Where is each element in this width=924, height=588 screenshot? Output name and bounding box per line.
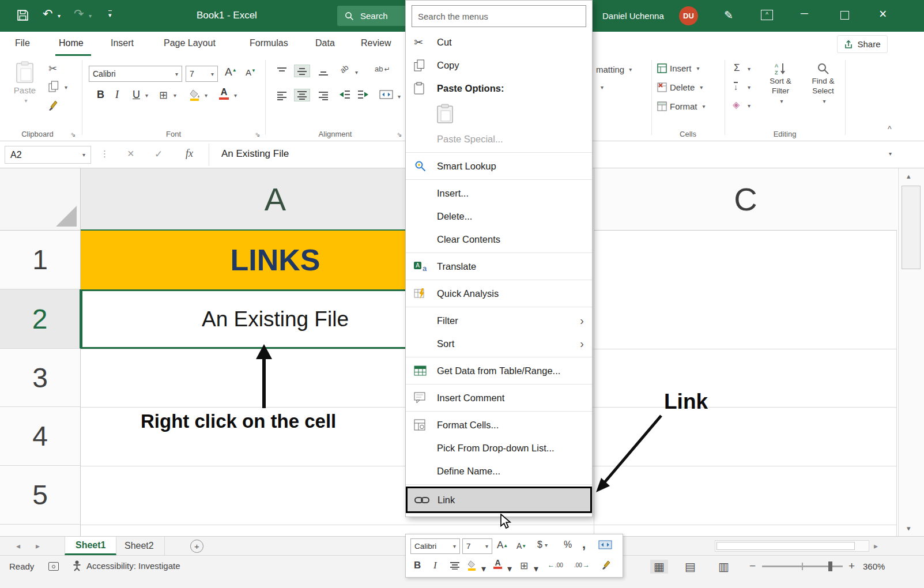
select-all-corner[interactable] <box>0 168 81 231</box>
row-header-3[interactable]: 3 <box>0 349 81 407</box>
clipboard-dialog-launcher-icon[interactable]: ⇘ <box>70 131 76 138</box>
sheet-tab-sheet1[interactable]: Sheet1 <box>65 537 116 555</box>
align-bottom-button[interactable] <box>316 66 331 77</box>
sheet-tab-sheet2[interactable]: Sheet2 <box>114 537 165 555</box>
wrap-text-button[interactable]: ab↵ <box>375 65 390 73</box>
user-name[interactable]: Daniel Uchenna <box>602 11 664 21</box>
sort-filter-button[interactable]: AZ Sort & Filter ▾ <box>760 62 801 104</box>
align-left-button[interactable] <box>274 90 289 101</box>
cut-button[interactable]: ✂ <box>48 62 57 75</box>
menu-item-translate[interactable]: Aa Translate <box>406 255 592 278</box>
enter-icon[interactable]: ✓ <box>154 148 163 160</box>
close-button[interactable]: × <box>879 6 887 22</box>
name-box-dropdown-icon[interactable]: ▾ <box>82 152 85 158</box>
mini-percent-button[interactable]: % <box>564 540 572 550</box>
mini-italic-button[interactable]: I <box>433 560 437 571</box>
horizontal-scrollbar[interactable] <box>715 540 869 552</box>
clear-dropdown-icon[interactable]: ▾ <box>748 103 750 109</box>
zoom-out-icon[interactable]: − <box>749 560 756 572</box>
conditional-formatting-button[interactable]: matting▾ <box>596 65 632 74</box>
decrease-indent-button[interactable] <box>339 90 350 99</box>
font-dialog-launcher-icon[interactable]: ⇘ <box>255 131 260 138</box>
zoom-level[interactable]: 360% <box>863 561 885 571</box>
mini-increase-decimal-button[interactable]: ←.00 <box>548 561 563 569</box>
mini-shrink-font-button[interactable]: A▼ <box>516 541 526 551</box>
vertical-scrollbar-thumb[interactable] <box>902 186 921 269</box>
format-cells-button[interactable]: Format▾ <box>657 101 706 111</box>
tab-home[interactable]: Home <box>59 38 84 48</box>
menu-item-insert[interactable]: Insert... <box>406 182 592 205</box>
align-middle-button[interactable] <box>294 65 310 77</box>
tab-data[interactable]: Data <box>315 38 335 48</box>
insert-cells-button[interactable]: Insert▾ <box>657 63 700 73</box>
delete-cells-button[interactable]: Delete▾ <box>657 82 703 92</box>
minimize-button[interactable]: ─ <box>801 7 808 20</box>
copy-dropdown-icon[interactable]: ▾ <box>65 84 67 91</box>
menu-item-format-cells[interactable]: Format Cells... <box>406 413 592 436</box>
menu-item-insert-comment[interactable]: Insert Comment <box>406 386 592 409</box>
zoom-in-icon[interactable]: + <box>848 560 855 572</box>
insert-function-icon[interactable]: fx <box>186 148 193 160</box>
menu-item-link[interactable]: Link <box>406 487 592 513</box>
tab-review[interactable]: Review <box>361 38 391 48</box>
font-color-button[interactable]: A <box>219 88 229 100</box>
menu-search-input[interactable] <box>418 12 580 21</box>
row-header-2[interactable]: 2 <box>0 289 81 349</box>
mini-borders-dropdown-icon[interactable]: ▾ <box>534 563 538 574</box>
macro-record-icon[interactable] <box>48 562 59 571</box>
undo-dropdown-icon[interactable]: ▾ <box>58 13 61 19</box>
fill-color-button[interactable] <box>189 89 201 101</box>
redo-dropdown-icon[interactable]: ▾ <box>89 13 92 19</box>
align-center-button[interactable] <box>294 89 310 101</box>
font-color-dropdown-icon[interactable]: ▾ <box>234 92 237 99</box>
menu-item-get-data[interactable]: Get Data from Table/Range... <box>406 359 592 382</box>
menu-item-smart-lookup[interactable]: Smart Lookup <box>406 154 592 178</box>
menu-item-filter[interactable]: Filter › <box>406 309 592 332</box>
italic-button[interactable]: I <box>115 89 119 101</box>
bold-button[interactable]: B <box>97 89 104 101</box>
format-as-table-chevron-icon[interactable]: ▾ <box>601 84 604 91</box>
fill-color-dropdown-icon[interactable]: ▾ <box>205 92 208 99</box>
menu-item-paste[interactable] <box>406 100 592 127</box>
menu-item-quick-analysis[interactable]: Quick Analysis <box>406 282 592 305</box>
view-page-layout-icon[interactable]: ▤ <box>685 560 696 574</box>
orientation-button[interactable]: ab <box>338 63 350 75</box>
menu-item-sort[interactable]: Sort › <box>406 332 592 355</box>
tab-formulas[interactable]: Formulas <box>250 38 288 48</box>
zoom-slider-thumb[interactable] <box>828 561 832 571</box>
cancel-icon[interactable]: × <box>127 147 134 160</box>
collapse-ribbon-icon[interactable]: ^ <box>888 125 892 134</box>
menu-item-delete[interactable]: Delete... <box>406 205 592 228</box>
sheet-nav-right-icon[interactable]: ▸ <box>36 541 40 551</box>
fill-button[interactable]: ↓ <box>734 82 738 92</box>
name-box[interactable]: A2 ▾ <box>5 146 91 164</box>
align-top-button[interactable] <box>274 66 289 77</box>
mini-borders-button[interactable]: ⊞ <box>520 560 528 572</box>
borders-dropdown-icon[interactable]: ▾ <box>174 92 176 99</box>
column-header-c[interactable]: C <box>594 168 897 231</box>
mini-grow-font-button[interactable]: A▲ <box>497 540 508 551</box>
view-normal-icon[interactable]: ▦ <box>650 560 668 574</box>
align-right-button[interactable] <box>316 90 331 101</box>
menu-item-define-name[interactable]: Define Name... <box>406 459 592 483</box>
ribbon-display-options-icon[interactable]: ^ <box>761 10 773 20</box>
mini-format-painter-button[interactable] <box>602 560 611 570</box>
shrink-font-button[interactable]: A▼ <box>246 67 256 77</box>
copy-button[interactable] <box>48 81 59 92</box>
mini-font-color-dropdown-icon[interactable]: ▾ <box>507 563 512 574</box>
mini-accounting-button[interactable]: $▾ <box>537 540 548 550</box>
alignment-dialog-launcher-icon[interactable]: ⇘ <box>397 131 402 138</box>
menu-item-cut[interactable]: ✂ Cut <box>406 31 592 54</box>
scroll-up-icon[interactable]: ▴ <box>907 172 911 180</box>
mini-font-color-button[interactable]: A <box>493 559 502 569</box>
tab-file[interactable]: File <box>15 38 30 48</box>
underline-button[interactable]: U <box>133 89 140 101</box>
mini-align-center-icon[interactable] <box>450 561 460 570</box>
merge-center-button[interactable] <box>379 90 393 99</box>
merge-center-dropdown-icon[interactable]: ▾ <box>398 93 401 100</box>
row-header-6-partial[interactable] <box>0 525 81 536</box>
mini-fill-color-button[interactable] <box>467 560 477 571</box>
mini-font-size-combo[interactable]: 7▾ <box>462 538 492 554</box>
vertical-scrollbar[interactable]: ▴ ▾ <box>898 168 924 536</box>
redo-button[interactable]: ↷ <box>74 7 84 21</box>
